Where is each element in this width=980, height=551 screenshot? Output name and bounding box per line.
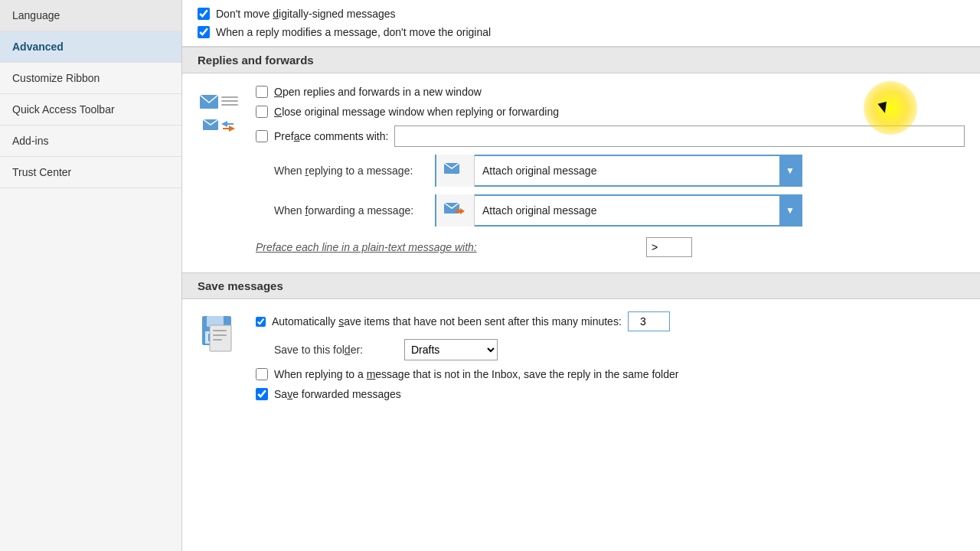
when-replying-label: When replying to a message:: [274, 165, 427, 177]
replies-section-body: Open replies and forwards in a new windo…: [182, 73, 980, 272]
svg-rect-1: [221, 96, 238, 98]
svg-rect-13: [213, 334, 227, 336]
save-forwarded-label: Save forwarded messages: [274, 388, 401, 400]
sidebar-item-trust-center[interactable]: Trust Center: [0, 157, 181, 188]
open-replies-checkbox[interactable]: [256, 86, 268, 98]
when-forwarding-row: When forwarding a message: Attach origin…: [256, 194, 965, 227]
reply-msg-icon: [443, 161, 468, 181]
replies-icon-bottom: [200, 116, 241, 136]
save-forwarded-row: Save forwarded messages: [256, 388, 965, 400]
save-options-group: Automatically save items that have not b…: [256, 311, 965, 400]
replies-icon-wrapper: [200, 89, 241, 136]
save-icon: [199, 315, 242, 354]
when-replying-value: Attach original message: [475, 165, 779, 177]
forward-msg-icon: [443, 201, 468, 220]
reply-modifies-label: When a reply modifies a message, don't m…: [216, 26, 491, 38]
when-forwarding-value: Attach original message: [475, 204, 779, 217]
preface-line-input[interactable]: [646, 237, 692, 257]
when-replying-dropdown-icon: [436, 155, 475, 187]
preface-line-label: Preface each line in a plain-text messag…: [256, 241, 639, 253]
when-forwarding-arrow[interactable]: ▼: [779, 194, 801, 227]
not-inbox-row: When replying to a message that is not i…: [256, 368, 965, 380]
sidebar-item-addins[interactable]: Add-ins: [0, 126, 181, 157]
svg-rect-14: [213, 339, 222, 341]
save-section-header: Save messages: [182, 272, 980, 299]
autosave-minutes-input[interactable]: [628, 311, 670, 331]
svg-rect-2: [221, 100, 238, 102]
save-forwarded-checkbox[interactable]: [256, 388, 268, 400]
save-section-body: Automatically save items that have not b…: [182, 299, 980, 416]
svg-rect-12: [213, 330, 227, 331]
replies-icon-top: [200, 93, 241, 113]
preface-line-row: Preface each line in a plain-text messag…: [256, 237, 965, 257]
when-forwarding-label: When forwarding a message:: [274, 204, 427, 217]
when-replying-dropdown[interactable]: Attach original message ▼: [435, 155, 802, 187]
open-replies-label: Open replies and forwards in a new windo…: [274, 86, 482, 98]
replies-section-header: Replies and forwards: [182, 47, 980, 73]
preface-comments-row: Preface comments with:: [256, 126, 965, 147]
svg-rect-11: [210, 325, 231, 351]
sidebar-item-advanced[interactable]: Advanced: [0, 31, 181, 63]
close-original-checkbox[interactable]: [256, 106, 268, 118]
sidebar-item-language[interactable]: Language: [0, 0, 181, 31]
reply-modifies-checkbox[interactable]: [198, 26, 210, 38]
not-inbox-label: When replying to a message that is not i…: [274, 368, 678, 380]
save-folder-dropdown[interactable]: Drafts Inbox Sent Items: [404, 339, 498, 360]
preface-comments-label: Preface comments with:: [274, 130, 388, 142]
when-replying-arrow[interactable]: ▼: [779, 155, 801, 187]
save-folder-label: Save to this folder:: [274, 344, 397, 356]
folder-select[interactable]: Drafts Inbox Sent Items: [405, 341, 497, 358]
save-folder-row: Save to this folder: Drafts Inbox Sent I…: [256, 339, 965, 360]
not-inbox-checkbox[interactable]: [256, 368, 268, 380]
reply-modifies-row: When a reply modifies a message, don't m…: [198, 26, 965, 38]
sidebar: Language Advanced Customize Ribbon Quick…: [0, 0, 182, 551]
main-content: Don't move digitally-signed messages Whe…: [182, 0, 980, 551]
replies-section-icon: [198, 86, 243, 136]
when-replying-row: When replying to a message: Attach origi…: [256, 155, 965, 187]
sidebar-item-quick-access[interactable]: Quick Access Toolbar: [0, 94, 181, 126]
when-forwarding-dropdown-icon: [436, 194, 475, 227]
top-checkboxes-area: Don't move digitally-signed messages Whe…: [182, 0, 980, 47]
autosave-row: Automatically save items that have not b…: [256, 311, 965, 331]
dont-move-label: Don't move digitally-signed messages: [216, 8, 396, 20]
close-original-row: Close original message window when reply…: [256, 106, 965, 118]
replies-options-group: Open replies and forwards in a new windo…: [256, 86, 965, 257]
sidebar-item-customize-ribbon[interactable]: Customize Ribbon: [0, 63, 181, 94]
close-original-label: Close original message window when reply…: [274, 106, 559, 118]
preface-comments-input[interactable]: [394, 126, 965, 147]
svg-rect-3: [221, 104, 238, 106]
dont-move-checkbox[interactable]: [198, 8, 210, 20]
autosave-checkbox[interactable]: [256, 317, 266, 327]
dont-move-row: Don't move digitally-signed messages: [198, 8, 965, 20]
preface-comments-checkbox[interactable]: [256, 130, 268, 142]
open-replies-row: Open replies and forwards in a new windo…: [256, 86, 965, 98]
save-section-icon: [198, 311, 243, 354]
when-forwarding-dropdown[interactable]: Attach original message ▼: [435, 194, 802, 227]
autosave-label: Automatically save items that have not b…: [272, 315, 622, 328]
